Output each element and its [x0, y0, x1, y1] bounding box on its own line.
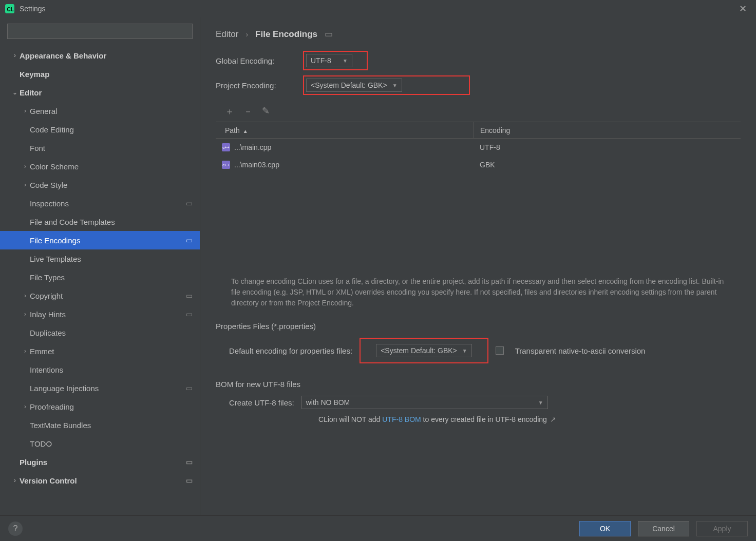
sidebar-item-live-templates[interactable]: Live Templates: [0, 249, 200, 268]
sidebar-item-intentions[interactable]: Intentions: [0, 360, 200, 379]
sidebar-item-label: Editor: [20, 88, 42, 97]
window-title: Settings: [20, 5, 46, 13]
cpp-file-icon: c++: [222, 161, 230, 169]
sidebar-item-editor[interactable]: ⌄Editor: [0, 83, 200, 102]
chevron-right-icon: ›: [21, 107, 30, 114]
sidebar-item-label: Language Injections: [30, 384, 99, 393]
chevron-right-icon: ›: [10, 477, 20, 484]
sidebar-item-label: Appearance & Behavior: [20, 51, 106, 60]
chevron-down-icon: ▼: [343, 58, 348, 64]
external-link-icon: ↗: [550, 415, 556, 423]
breadcrumb-root[interactable]: Editor: [216, 29, 238, 40]
sidebar-item-appearance-behavior[interactable]: ›Appearance & Behavior: [0, 46, 200, 65]
sidebar-item-plugins[interactable]: Plugins▭: [0, 453, 200, 471]
sidebar-item-label: Proofreading: [30, 402, 74, 411]
project-encoding-label: Project Encoding:: [216, 81, 303, 90]
sidebar-item-label: Copyright: [30, 292, 63, 300]
sidebar-item-label: Inspections: [30, 199, 69, 208]
sidebar-item-emmet[interactable]: ›Emmet: [0, 342, 200, 360]
global-encoding-highlight: UTF-8 ▼: [303, 51, 368, 70]
chevron-right-icon: ›: [21, 311, 30, 318]
project-encoding-value: <System Default: GBK>: [311, 81, 387, 89]
titlebar: CL Settings ✕: [0, 0, 756, 17]
sidebar-item-label: Plugins: [20, 458, 47, 467]
sidebar-item-label: Color Scheme: [30, 162, 79, 171]
breadcrumb: Editor › File Encodings ▭: [216, 29, 741, 40]
transparent-ascii-label: Transparent native-to-ascii conversion: [515, 346, 646, 355]
column-encoding[interactable]: Encoding: [474, 122, 741, 138]
sidebar-item-file-and-code-templates[interactable]: File and Code Templates: [0, 212, 200, 231]
sidebar-item-inspections[interactable]: Inspections▭: [0, 194, 200, 212]
table-row[interactable]: c++...\main03.cppGBK: [216, 156, 741, 173]
scope-badge-icon: ▭: [186, 292, 193, 300]
sidebar-item-font[interactable]: Font: [0, 139, 200, 157]
sidebar-item-label: File Types: [30, 273, 65, 282]
create-utf8-combo[interactable]: with NO BOM ▼: [301, 396, 548, 409]
bom-hint: CLion will NOT add UTF-8 BOM to every cr…: [318, 415, 741, 423]
sidebar-item-code-editing[interactable]: Code Editing: [0, 120, 200, 139]
column-path[interactable]: Path▲: [216, 126, 474, 134]
sidebar-item-keymap[interactable]: Keymap: [0, 65, 200, 83]
sidebar-item-label: Code Style: [30, 181, 67, 189]
sidebar-item-label: Inlay Hints: [30, 310, 66, 319]
cpp-file-icon: c++: [222, 143, 230, 151]
remove-button[interactable]: －: [243, 105, 253, 118]
scope-badge-icon: ▭: [186, 384, 193, 392]
sidebar-item-file-types[interactable]: File Types: [0, 268, 200, 286]
breadcrumb-current: File Encodings: [255, 29, 317, 40]
cancel-button[interactable]: Cancel: [638, 521, 689, 536]
sidebar-item-textmate-bundles[interactable]: TextMate Bundles: [0, 416, 200, 434]
sidebar-item-label: General: [30, 107, 57, 115]
utf8-bom-link[interactable]: UTF-8 BOM: [382, 415, 421, 423]
edit-button[interactable]: ✎: [262, 105, 270, 118]
help-button[interactable]: ?: [8, 521, 23, 536]
properties-encoding-highlight: <System Default: GBK> ▼: [360, 338, 488, 363]
sidebar-item-color-scheme[interactable]: ›Color Scheme: [0, 157, 200, 176]
bom-section-title: BOM for new UTF-8 files: [216, 380, 741, 389]
table-row[interactable]: c++...\main.cppUTF-8: [216, 139, 741, 156]
sidebar-item-general[interactable]: ›General: [0, 102, 200, 120]
chevron-down-icon: ▼: [392, 83, 398, 88]
sidebar-item-copyright[interactable]: ›Copyright▭: [0, 286, 200, 305]
search-input[interactable]: [7, 24, 193, 39]
sidebar-item-file-encodings[interactable]: File Encodings▭: [0, 231, 200, 249]
close-button[interactable]: ✕: [735, 1, 751, 16]
chevron-right-icon: ›: [21, 163, 30, 170]
sidebar-item-label: Code Editing: [30, 125, 74, 134]
transparent-ascii-checkbox[interactable]: [496, 346, 504, 355]
sidebar-item-label: TODO: [30, 439, 52, 448]
chevron-right-icon: ›: [10, 52, 20, 59]
sidebar-item-duplicates[interactable]: Duplicates: [0, 323, 200, 342]
sidebar-item-label: Emmet: [30, 347, 54, 356]
chevron-down-icon: ⌄: [10, 89, 20, 96]
global-encoding-value: UTF-8: [311, 56, 331, 65]
project-encoding-combo[interactable]: <System Default: GBK> ▼: [306, 79, 402, 92]
app-icon: CL: [5, 4, 14, 13]
global-encoding-combo[interactable]: UTF-8 ▼: [306, 54, 352, 67]
sidebar-item-version-control[interactable]: ›Version Control▭: [0, 471, 200, 490]
sidebar-item-proofreading[interactable]: ›Proofreading: [0, 397, 200, 416]
path-toolbar: ＋ － ✎: [216, 100, 741, 120]
sidebar-item-inlay-hints[interactable]: ›Inlay Hints▭: [0, 305, 200, 323]
create-utf8-value: with NO BOM: [306, 398, 350, 407]
chevron-down-icon: ▼: [462, 348, 467, 354]
chevron-right-icon: ›: [21, 181, 30, 188]
apply-button[interactable]: Apply: [696, 521, 748, 536]
ok-button[interactable]: OK: [579, 521, 631, 536]
settings-tree: ›Appearance & BehaviorKeymap⌄Editor›Gene…: [0, 46, 200, 490]
chevron-right-icon: ›: [21, 292, 30, 299]
sidebar-item-code-style[interactable]: ›Code Style: [0, 176, 200, 194]
sidebar-item-label: Live Templates: [30, 255, 81, 263]
properties-section-title: Properties Files (*.properties): [216, 322, 741, 331]
sidebar-item-todo[interactable]: TODO: [0, 434, 200, 453]
svg-text:CL: CL: [7, 7, 13, 12]
help-text: To change encoding CLion uses for a file…: [231, 276, 725, 308]
encoding-table: Path▲ Encoding c++...\main.cppUTF-8c++..…: [216, 122, 741, 173]
properties-encoding-combo[interactable]: <System Default: GBK> ▼: [376, 344, 472, 357]
sidebar-item-label: Intentions: [30, 365, 63, 374]
sort-asc-icon: ▲: [243, 128, 248, 134]
scope-badge-icon: ▭: [186, 310, 193, 318]
sidebar-item-language-injections[interactable]: Language Injections▭: [0, 379, 200, 397]
add-button[interactable]: ＋: [225, 105, 234, 118]
scope-badge-icon: ▭: [186, 476, 193, 485]
